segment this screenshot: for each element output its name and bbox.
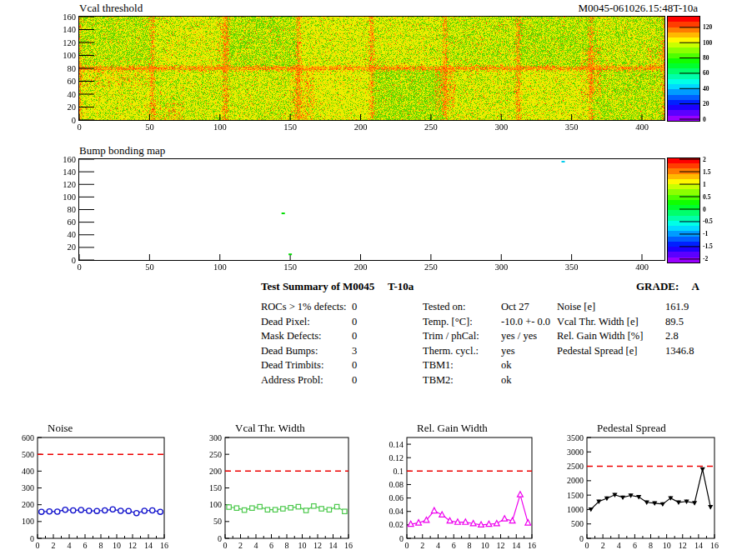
svg-text:160: 160 — [63, 12, 76, 22]
vcal-colorbar — [667, 16, 700, 122]
svg-text:0.5: 0.5 — [703, 193, 711, 201]
svg-text:3500: 3500 — [567, 433, 584, 442]
svg-text:300: 300 — [494, 122, 508, 132]
svg-text:500: 500 — [22, 450, 34, 459]
results-column: Noise [e]161.9 Vcal Thr. Width [e]89.5 R… — [557, 300, 740, 358]
svg-text:16: 16 — [710, 541, 719, 550]
condition-row: Temp. [°C]:-10.0 +- 0.0 — [423, 315, 560, 330]
defect-row: Dead Trimbits:0 — [261, 358, 411, 373]
svg-text:0: 0 — [703, 206, 706, 213]
result-value: 161.9 — [665, 300, 689, 315]
svg-text:16: 16 — [160, 541, 168, 550]
svg-text:40: 40 — [703, 85, 709, 92]
svg-text:350: 350 — [565, 122, 579, 132]
svg-text:0.02: 0.02 — [389, 520, 404, 529]
svg-text:6: 6 — [269, 541, 273, 550]
svg-text:0: 0 — [72, 116, 76, 125]
summary-title-row: Test Summary of M0045 T-10a — [261, 280, 594, 293]
svg-text:0: 0 — [703, 116, 706, 123]
bump-map-title: Bump bonding map — [79, 144, 165, 158]
svg-text:2: 2 — [420, 541, 424, 550]
condition-label: Trim / phCal: — [423, 330, 479, 342]
condition-label: Therm. cycl.: — [423, 345, 479, 357]
svg-text:12: 12 — [313, 541, 322, 550]
svg-text:100: 100 — [213, 262, 227, 272]
svg-text:100: 100 — [213, 122, 227, 132]
svg-text:20: 20 — [68, 102, 77, 112]
svg-text:-1.5: -1.5 — [703, 242, 713, 250]
condition-row: Tested on:Oct 27 — [423, 300, 560, 315]
svg-text:2: 2 — [601, 541, 605, 550]
svg-text:60: 60 — [68, 218, 77, 227]
svg-text:20: 20 — [703, 100, 709, 108]
svg-text:200: 200 — [22, 500, 34, 509]
svg-text:0.08: 0.08 — [389, 480, 404, 489]
svg-text:Pedestal Spread: Pedestal Spread — [597, 422, 666, 434]
svg-text:0.14: 0.14 — [389, 440, 404, 449]
defect-value: 0 — [352, 373, 357, 388]
condition-row: Trim / phCal:yes / yes — [423, 329, 560, 344]
svg-text:1500: 1500 — [567, 491, 584, 500]
svg-text:0: 0 — [36, 541, 40, 550]
svg-text:80: 80 — [703, 54, 709, 62]
grade-row: GRADE: A — [636, 280, 699, 293]
result-value: 1346.8 — [665, 344, 694, 359]
svg-text:2: 2 — [52, 541, 56, 550]
svg-text:350: 350 — [565, 262, 579, 272]
vcal-map-frame — [78, 16, 665, 121]
summary-plot-pedestal-spread: Pedestal Spread0500100015002000250030003… — [567, 422, 719, 550]
svg-text:2500: 2500 — [567, 462, 584, 471]
svg-text:2000: 2000 — [567, 476, 584, 485]
svg-text:12: 12 — [679, 541, 687, 550]
svg-text:0: 0 — [399, 534, 404, 543]
defect-value: 0 — [352, 329, 357, 344]
result-row: Noise [e]161.9 — [557, 300, 740, 315]
defect-row: Address Probl:0 — [261, 373, 411, 388]
condition-value: yes / yes — [501, 329, 537, 344]
svg-text:0: 0 — [405, 541, 409, 550]
svg-text:-2: -2 — [703, 255, 708, 262]
svg-text:160: 160 — [63, 155, 76, 164]
svg-text:0: 0 — [218, 534, 222, 543]
svg-text:0: 0 — [77, 262, 81, 272]
svg-text:0: 0 — [72, 256, 76, 265]
condition-label: TBM1: — [423, 359, 454, 371]
condition-row: Therm. cycl.:yes — [423, 344, 560, 359]
defect-row: Mask Defects:0 — [261, 329, 411, 344]
svg-text:-1: -1 — [703, 230, 708, 238]
svg-text:400: 400 — [22, 467, 34, 476]
svg-text:100: 100 — [703, 39, 713, 47]
svg-text:0: 0 — [579, 534, 584, 543]
condition-row: TBM2:ok — [423, 373, 560, 388]
svg-text:100: 100 — [209, 500, 222, 509]
svg-text:4: 4 — [436, 541, 440, 550]
condition-label: Tested on: — [423, 301, 466, 312]
defect-label: Address Probl: — [261, 374, 323, 386]
condition-value: ok — [501, 373, 512, 388]
svg-text:14: 14 — [512, 541, 520, 550]
svg-text:40: 40 — [68, 230, 77, 239]
svg-text:80: 80 — [68, 205, 77, 214]
condition-value: yes — [501, 344, 515, 359]
svg-text:0: 0 — [585, 541, 589, 550]
defect-value: 0 — [352, 358, 357, 373]
svg-text:100: 100 — [63, 51, 76, 60]
svg-text:140: 140 — [63, 25, 76, 34]
summary-plot-rel-gain-width: Rel. Gain Width00.020.040.060.080.10.120… — [389, 422, 537, 550]
defect-row: Dead Pixel:0 — [261, 315, 411, 330]
result-row: Vcal Thr. Width [e]89.5 — [557, 315, 740, 330]
svg-text:4: 4 — [617, 541, 621, 550]
svg-text:250: 250 — [424, 122, 438, 132]
grade-label: GRADE: — [636, 280, 679, 292]
defect-value: 3 — [352, 344, 357, 359]
svg-text:10: 10 — [298, 541, 307, 550]
svg-text:6: 6 — [633, 541, 637, 550]
svg-text:80: 80 — [68, 64, 77, 73]
svg-text:0.06: 0.06 — [389, 493, 404, 502]
vcal-threshold-heatmap — [79, 17, 664, 120]
svg-text:8: 8 — [649, 541, 653, 550]
svg-text:50: 50 — [213, 517, 222, 526]
bump-colorbar — [667, 158, 700, 263]
summary-subtitle: T-10a — [388, 280, 414, 293]
svg-text:12: 12 — [128, 541, 137, 550]
